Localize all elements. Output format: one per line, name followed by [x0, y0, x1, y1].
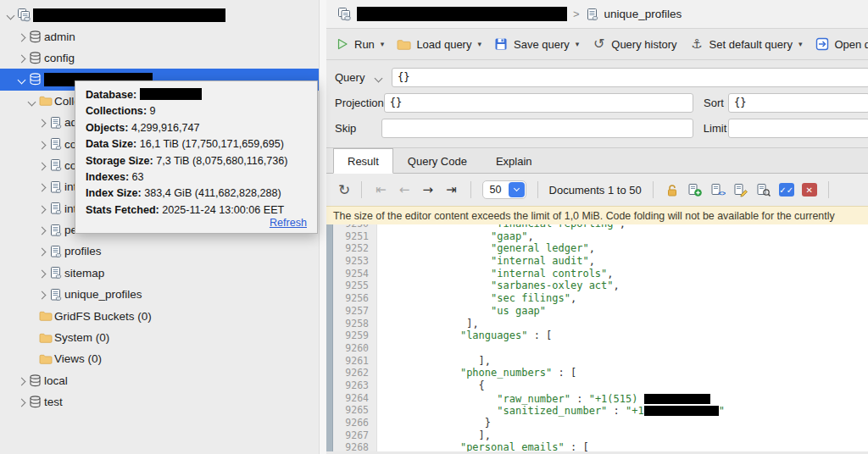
- sidebar-scrollbar[interactable]: [319, 0, 326, 454]
- code-line: 9261 ],: [333, 355, 868, 368]
- expand-chevron-icon[interactable]: [15, 30, 27, 43]
- expand-chevron-icon[interactable]: [15, 374, 27, 387]
- first-page-icon[interactable]: ⇤: [373, 182, 389, 197]
- unlock-editing-icon[interactable]: [665, 182, 680, 197]
- expand-chevron-icon[interactable]: [36, 224, 47, 236]
- tree-item-system-0-[interactable]: System (0): [0, 327, 319, 348]
- expand-chevron-icon[interactable]: [36, 245, 47, 257]
- tooltip-stat-label: Storage Size:: [86, 155, 156, 167]
- code-line: 9257 "us gaap": [333, 305, 868, 318]
- tree-item-views-0-[interactable]: Views (0): [0, 348, 319, 369]
- query-dropdown-chevron-icon[interactable]: [375, 74, 383, 82]
- result-toolbar: ↻ ⇤ ← → ⇥ 50 Documents 1 to 50 <> ✓✓ ✕: [326, 174, 868, 206]
- expand-chevron-icon[interactable]: [36, 288, 47, 301]
- connection-icon: [17, 8, 31, 22]
- load-query-button[interactable]: Load query▾: [397, 37, 481, 52]
- tree-item-label: sitemap: [64, 267, 104, 280]
- collection-icon: [48, 266, 63, 280]
- open-query-in--button[interactable]: Open query in...▾: [815, 37, 868, 52]
- page-size-select[interactable]: 50: [482, 180, 526, 199]
- documents-range-label: Documents 1 to 50: [549, 184, 642, 197]
- tree-item-test[interactable]: test: [0, 391, 319, 412]
- projection-input[interactable]: [384, 93, 693, 113]
- tooltip-stat-row: Index Size: 383,4 GiB (411,682,828,288): [86, 185, 307, 202]
- expand-chevron-icon[interactable]: [36, 138, 47, 151]
- line-number: 9250: [333, 224, 377, 230]
- code-line: 9268 "personal_emails" : [: [333, 441, 868, 451]
- code-line: 9266 }: [333, 417, 868, 429]
- breadcrumb-separator: >: [573, 8, 580, 20]
- code-line-text: "internal audit",: [377, 255, 595, 268]
- set-default-query-button[interactable]: ⚓Set default query▾: [690, 37, 803, 52]
- load-folder-icon: [397, 37, 411, 52]
- query-label: Query: [335, 71, 374, 84]
- tree-item-connection[interactable]: [0, 4, 319, 25]
- expand-chevron-icon[interactable]: [36, 180, 47, 193]
- view-document-icon[interactable]: [756, 182, 771, 197]
- collection-icon: [586, 7, 600, 21]
- line-number: 9257: [333, 305, 377, 318]
- editor-annotation-strip: [326, 224, 333, 451]
- apply-changes-button[interactable]: ✓✓: [779, 183, 794, 197]
- expand-chevron-icon[interactable]: [15, 396, 27, 408]
- line-number: 9255: [333, 280, 377, 292]
- expand-chevron-icon[interactable]: [36, 202, 47, 215]
- refresh-results-icon[interactable]: ↻: [338, 181, 350, 198]
- expand-chevron-icon[interactable]: [15, 52, 27, 64]
- tab-result[interactable]: Result: [333, 148, 393, 174]
- collection-icon: [48, 180, 63, 194]
- line-number: 9265: [333, 404, 377, 417]
- expand-chevron-icon[interactable]: [36, 116, 47, 129]
- previous-page-icon[interactable]: ←: [397, 182, 413, 197]
- last-page-icon[interactable]: ⇥: [443, 182, 459, 197]
- code-line-text: }: [377, 417, 491, 429]
- tree-item-gridfs-buckets-0-[interactable]: GridFS Buckets (0): [0, 305, 319, 326]
- collapse-chevron-icon[interactable]: [15, 73, 27, 86]
- tab-explain[interactable]: Explain: [481, 148, 547, 174]
- tree-item-local[interactable]: local: [0, 370, 319, 391]
- code-lines: 9250 "financial reporting",9251 "gaap",9…: [333, 224, 868, 451]
- run-button[interactable]: Run▾: [335, 37, 384, 52]
- code-line-text: "raw_number" : "+1(515): [377, 392, 710, 405]
- save-icon: [494, 37, 509, 52]
- tree-item-sitemap[interactable]: sitemap: [0, 263, 319, 284]
- add-document-icon[interactable]: [687, 182, 703, 197]
- edit-document-icon[interactable]: [733, 182, 748, 197]
- redacted-label: [33, 8, 225, 22]
- tree-item-label: GridFS Buckets (0): [54, 310, 152, 323]
- sort-input[interactable]: [728, 93, 868, 113]
- collection-icon: [48, 244, 63, 258]
- expand-chevron-icon[interactable]: [36, 267, 47, 280]
- code-line: 9260: [333, 342, 868, 355]
- refresh-stats-link[interactable]: Refresh: [270, 217, 307, 229]
- tooltip-stat-value: 16,1 TiB (17,750,171,659,695): [140, 138, 284, 150]
- insert-document-json-icon[interactable]: <>: [710, 182, 726, 197]
- code-line: 9256 "sec filings",: [333, 292, 868, 305]
- limit-input[interactable]: [728, 119, 868, 138]
- code-line-text: ],: [377, 318, 479, 330]
- save-query-button[interactable]: Save query▾: [494, 37, 579, 52]
- history-icon: ↺: [592, 37, 606, 52]
- code-line: 9258 ],: [333, 318, 868, 330]
- tree-item-config[interactable]: config: [0, 47, 319, 69]
- tab-query-code[interactable]: Query Code: [393, 148, 481, 174]
- tree-item-admin[interactable]: admin: [0, 25, 319, 47]
- collection-icon: [48, 223, 63, 237]
- collapse-chevron-icon[interactable]: [4, 8, 16, 21]
- collapse-chevron-icon[interactable]: [25, 95, 37, 108]
- expand-chevron-icon[interactable]: [36, 159, 47, 172]
- json-result-editor[interactable]: 9250 "financial reporting",9251 "gaap",9…: [326, 224, 868, 451]
- tree-item-profiles[interactable]: profiles: [0, 241, 319, 262]
- redacted-connection-name: [357, 7, 567, 21]
- tree-item-unique-profiles[interactable]: unique_profiles: [0, 284, 319, 305]
- next-page-icon[interactable]: →: [420, 182, 436, 197]
- folder-icon: [38, 352, 53, 366]
- query-history-button[interactable]: ↺Query history: [592, 37, 676, 52]
- query-panel: > unique_profiles Run▾Load query▾Save qu…: [326, 0, 868, 454]
- code-line: 9264 "raw_number" : "+1(515): [333, 392, 868, 405]
- query-input[interactable]: [392, 68, 868, 87]
- tree-item-label: Views (0): [54, 352, 102, 365]
- discard-changes-button[interactable]: ✕: [802, 183, 817, 197]
- skip-input[interactable]: [381, 119, 693, 138]
- line-number: 9264: [333, 392, 377, 405]
